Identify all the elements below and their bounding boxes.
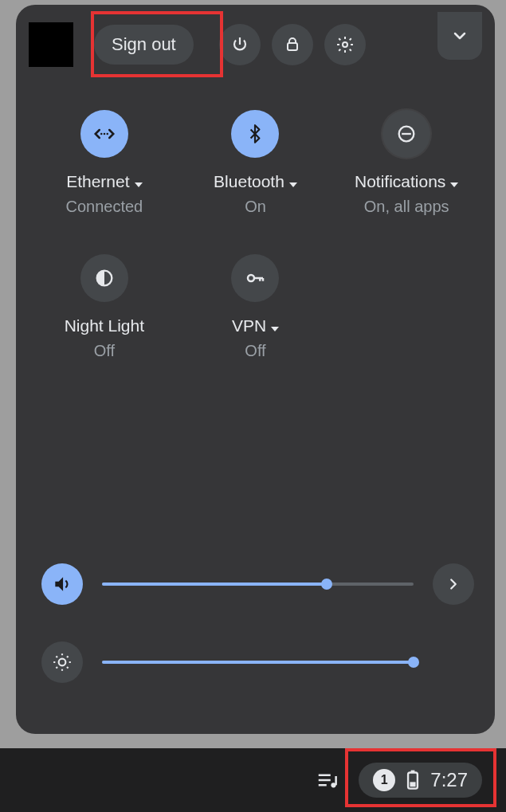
svg-rect-13 xyxy=(410,782,416,787)
toggle-status: Off xyxy=(245,342,265,360)
collapse-button[interactable] xyxy=(437,12,482,60)
status-area[interactable]: 1 7:27 xyxy=(359,763,482,798)
quick-settings-panel: Sign out xyxy=(16,5,495,734)
clock: 7:27 xyxy=(430,769,468,791)
svg-point-2 xyxy=(100,133,103,135)
battery-icon xyxy=(405,770,421,790)
volume-slider[interactable] xyxy=(41,563,474,605)
svg-point-1 xyxy=(343,42,347,47)
toggle-vpn[interactable]: VPN Off xyxy=(231,254,279,360)
ethernet-icon xyxy=(80,110,128,158)
do-not-disturb-icon xyxy=(382,110,430,158)
volume-track[interactable] xyxy=(102,583,414,586)
vpn-key-icon xyxy=(231,254,279,302)
toggle-status: Off xyxy=(94,342,115,360)
slider-thumb[interactable] xyxy=(408,657,419,668)
brightness-track[interactable] xyxy=(102,661,414,664)
shelf: 1 7:27 xyxy=(0,748,506,812)
lock-icon xyxy=(283,35,302,54)
toggle-status: On xyxy=(245,198,266,216)
music-queue-icon xyxy=(316,768,339,792)
toggle-label: Ethernet xyxy=(66,172,129,191)
brightness-slider[interactable] xyxy=(41,641,474,683)
avatar[interactable] xyxy=(29,22,73,67)
sign-out-button[interactable]: Sign out xyxy=(94,25,194,65)
svg-point-4 xyxy=(106,133,108,135)
media-controls-button[interactable] xyxy=(316,768,339,792)
chevron-down-icon xyxy=(450,26,469,45)
toggle-label: VPN xyxy=(232,316,266,335)
svg-point-3 xyxy=(104,133,106,135)
toggle-notifications[interactable]: Notifications On, all apps xyxy=(355,110,458,216)
lock-button[interactable] xyxy=(272,24,313,65)
svg-rect-0 xyxy=(288,43,297,50)
brightness-icon[interactable] xyxy=(41,641,83,683)
svg-rect-12 xyxy=(411,771,415,774)
gear-icon xyxy=(335,35,355,54)
svg-point-9 xyxy=(59,659,66,666)
chevron-down-icon xyxy=(289,172,297,191)
audio-expand-button[interactable] xyxy=(433,563,474,605)
toggle-status: Connected xyxy=(65,198,143,216)
toggle-status: On, all apps xyxy=(364,198,449,216)
power-icon xyxy=(230,35,249,54)
night-light-icon xyxy=(80,254,128,302)
power-button[interactable] xyxy=(219,24,261,65)
toggle-label: Notifications xyxy=(355,172,445,191)
toggle-label: Bluetooth xyxy=(214,172,284,191)
toggle-label: Night Light xyxy=(65,316,144,335)
chevron-down-icon xyxy=(135,172,143,191)
volume-icon[interactable] xyxy=(41,563,83,605)
chevron-down-icon xyxy=(450,172,458,191)
slider-thumb[interactable] xyxy=(321,579,332,590)
toggle-bluetooth[interactable]: Bluetooth On xyxy=(214,110,297,216)
notification-count-badge: 1 xyxy=(373,769,395,791)
svg-point-8 xyxy=(248,275,254,281)
bluetooth-icon xyxy=(231,110,279,158)
toggle-nightlight[interactable]: Night Light Off xyxy=(65,254,144,360)
chevron-right-icon xyxy=(445,575,462,593)
toggle-ethernet[interactable]: Ethernet Connected xyxy=(65,110,143,216)
settings-button[interactable] xyxy=(324,24,366,65)
chevron-down-icon xyxy=(271,316,279,335)
